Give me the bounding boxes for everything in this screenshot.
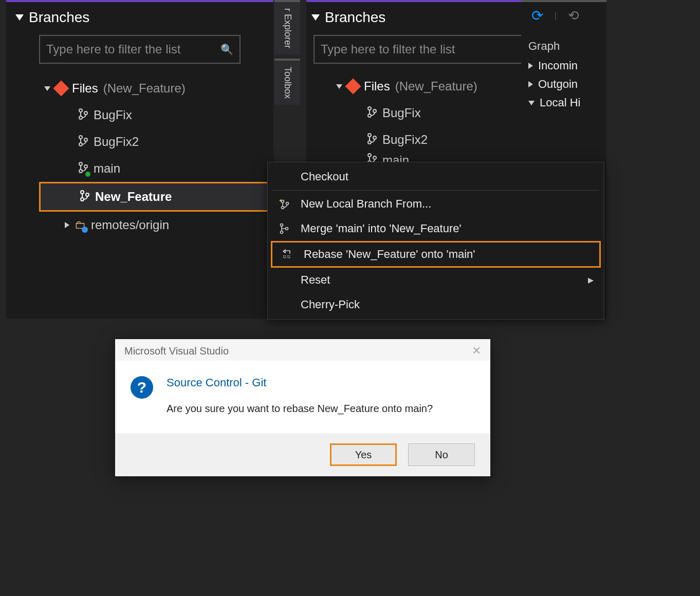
- git-repo-icon: [345, 78, 361, 94]
- svg-rect-29: [288, 256, 290, 258]
- graph-toolbar: ⟳ | ⟲: [521, 2, 606, 27]
- branch-label: New_Feature: [95, 190, 172, 204]
- branch-label: BugFix: [94, 108, 132, 122]
- filter-input[interactable]: [321, 42, 551, 57]
- tab-toolbox[interactable]: Toolbox: [274, 59, 300, 105]
- chevron-right-icon: [528, 63, 533, 69]
- repo-current-branch: (New_Feature): [103, 81, 186, 96]
- svg-point-10: [81, 198, 84, 201]
- svg-point-11: [86, 193, 89, 196]
- section-label: Outgoin: [538, 78, 578, 91]
- svg-point-22: [282, 200, 284, 203]
- repo-node[interactable]: Files (New_Feature): [6, 75, 273, 102]
- svg-point-15: [368, 134, 371, 137]
- svg-point-8: [84, 165, 87, 168]
- chevron-right-icon: [528, 81, 533, 87]
- menu-separator: [273, 190, 599, 191]
- sync-icon[interactable]: ⟲: [568, 8, 579, 24]
- menu-rebase[interactable]: Rebase 'New_Feature' onto 'main': [271, 241, 601, 268]
- branch-tree: Files (New_Feature) BugFix BugFix2 main: [6, 73, 273, 240]
- svg-point-4: [79, 143, 82, 146]
- branch-icon: [78, 108, 88, 122]
- chevron-down-icon: [528, 101, 535, 105]
- svg-point-1: [79, 116, 82, 119]
- filter-box[interactable]: 🔍: [39, 35, 241, 64]
- menu-label: Reset: [301, 273, 330, 287]
- repo-label: Files: [364, 79, 390, 94]
- branch-label: BugFix: [382, 106, 421, 120]
- svg-point-16: [368, 141, 371, 144]
- branch-label: main: [94, 161, 120, 176]
- confirm-dialog: Microsoft Visual Studio ✕ ? Source Contr…: [115, 339, 490, 476]
- menu-reset[interactable]: Reset ▸: [268, 268, 604, 292]
- section-label: Incomin: [538, 59, 578, 72]
- panel-title: Branches: [29, 9, 89, 26]
- svg-point-25: [281, 224, 283, 227]
- git-repo-icon: [53, 80, 69, 96]
- svg-point-0: [79, 109, 82, 112]
- menu-new-branch[interactable]: ✦ New Local Branch From...: [268, 192, 604, 216]
- svg-point-5: [84, 138, 87, 141]
- branch-item-new-feature[interactable]: New_Feature: [39, 182, 273, 212]
- filter-input[interactable]: [46, 42, 215, 57]
- dialog-message: Are you sure you want to rebase New_Feat…: [167, 403, 433, 415]
- dialog-footer: Yes No: [115, 433, 490, 476]
- branch-label: BugFix2: [382, 133, 428, 147]
- section-label: Local Hi: [540, 96, 580, 109]
- current-branch-icon: [78, 162, 88, 176]
- graph-section-outgoing[interactable]: Outgoin: [528, 78, 606, 91]
- svg-point-14: [373, 109, 376, 113]
- dialog-heading: Source Control - Git: [167, 376, 433, 389]
- svg-point-27: [286, 228, 288, 230]
- svg-point-20: [373, 156, 376, 159]
- close-icon[interactable]: ✕: [472, 344, 481, 358]
- graph-section-incoming[interactable]: Incomin: [528, 59, 606, 72]
- submenu-arrow-icon: ▸: [588, 273, 594, 287]
- branch-icon: [367, 133, 377, 147]
- menu-label: Rebase 'New_Feature' onto 'main': [304, 248, 475, 261]
- refresh-icon[interactable]: ⟳: [531, 7, 543, 24]
- svg-point-13: [368, 114, 371, 117]
- remotes-label: remotes/origin: [91, 218, 169, 232]
- svg-point-23: [282, 207, 284, 209]
- menu-label: New Local Branch From...: [301, 197, 431, 211]
- menu-checkout[interactable]: Checkout: [268, 164, 604, 189]
- menu-merge[interactable]: Merge 'main' into 'New_Feature': [268, 216, 604, 241]
- tab-explorer[interactable]: r Explorer: [274, 0, 300, 54]
- collapse-icon: [311, 14, 320, 21]
- graph-section-local-history[interactable]: Local Hi: [528, 96, 606, 109]
- svg-point-6: [79, 162, 82, 165]
- menu-label: Merge 'main' into 'New_Feature': [301, 222, 462, 235]
- remotes-node[interactable]: 🗀 remotes/origin: [6, 212, 273, 238]
- branch-icon: [78, 135, 88, 149]
- menu-label: Checkout: [301, 170, 348, 183]
- collapse-icon: [15, 14, 24, 21]
- chevron-down-icon: [44, 86, 50, 91]
- branch-context-menu: Checkout ✦ New Local Branch From... Merg…: [267, 162, 604, 320]
- menu-cherry-pick[interactable]: Cherry-Pick: [268, 292, 604, 317]
- graph-title: Graph: [528, 40, 606, 53]
- side-tabs: r Explorer Toolbox: [274, 0, 300, 164]
- chevron-right-icon: [65, 222, 69, 228]
- branch-item-main[interactable]: main: [6, 155, 273, 182]
- svg-point-24: [286, 202, 289, 205]
- svg-point-9: [81, 191, 84, 194]
- no-button[interactable]: No: [408, 443, 475, 466]
- svg-point-17: [373, 136, 376, 139]
- svg-rect-28: [284, 256, 286, 258]
- panel-header[interactable]: Branches: [6, 2, 273, 30]
- branch-item-bugfix2[interactable]: BugFix2: [6, 128, 273, 155]
- merge-icon: [277, 223, 291, 234]
- branch-label: BugFix2: [94, 135, 139, 149]
- svg-point-2: [84, 111, 87, 115]
- svg-point-26: [281, 231, 283, 234]
- svg-point-18: [368, 154, 371, 157]
- branch-item-bugfix[interactable]: BugFix: [6, 102, 273, 128]
- svg-point-12: [368, 107, 371, 110]
- rebase-icon: [280, 249, 294, 260]
- dialog-titlebar: Microsoft Visual Studio ✕: [115, 339, 490, 361]
- search-icon[interactable]: 🔍: [220, 43, 233, 55]
- yes-button[interactable]: Yes: [330, 443, 397, 466]
- menu-label: Cherry-Pick: [301, 298, 360, 311]
- repo-current-branch: (New_Feature): [395, 79, 477, 94]
